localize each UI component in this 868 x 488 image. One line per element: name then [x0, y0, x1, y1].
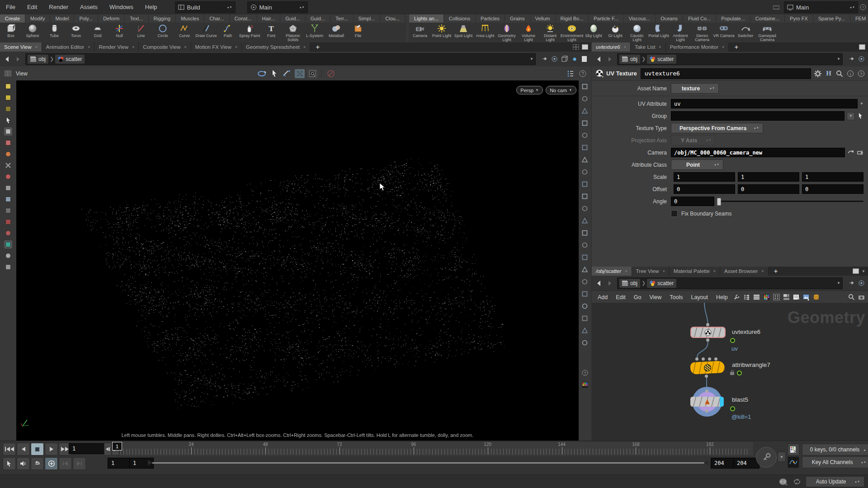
node-input-dot[interactable] [714, 357, 717, 361]
shelf-tool-ambient-light[interactable]: Ambient Light [670, 23, 691, 42]
viewport[interactable]: Persp▼ No cam▼ Left mouse tumbles. Middl… [16, 80, 579, 441]
pose-tool-icon[interactable] [4, 161, 12, 169]
close-icon[interactable]: × [235, 45, 237, 49]
range-slider[interactable] [152, 462, 704, 464]
play-forward-button[interactable] [45, 443, 58, 455]
node-output-dot[interactable] [705, 409, 708, 413]
shelf-tool-gi-light[interactable]: GI Light [604, 23, 626, 38]
close-icon[interactable]: × [624, 45, 626, 49]
shelf-tab-oceans[interactable]: Oceans [656, 14, 683, 23]
help-icon[interactable]: ? [860, 4, 866, 10]
shelf-tool-line[interactable]: Line [130, 23, 152, 38]
shelf-tool-vr-camera[interactable]: VR Camera [713, 23, 735, 38]
network-menu-add[interactable]: Add [594, 294, 612, 300]
dark-tool-icon[interactable] [4, 206, 12, 215]
tab-render-view[interactable]: Render View× [94, 42, 139, 52]
node-input-dot[interactable] [695, 357, 698, 361]
pane-menu-icon[interactable]: ▼ [862, 269, 865, 273]
play-backward-button[interactable] [17, 443, 30, 455]
lighting-icon[interactable] [581, 131, 589, 139]
shelf-tab-containe[interactable]: Containe... [750, 14, 785, 23]
shelf-tab-particles[interactable]: Particles [476, 14, 505, 23]
material-icon[interactable] [581, 229, 589, 237]
shelf-tool-area-light[interactable]: Area Light [474, 23, 496, 38]
dot-icon[interactable] [571, 55, 578, 63]
forward-arrow-icon[interactable] [605, 55, 613, 63]
shelf-tool-grid[interactable]: Grid [87, 23, 108, 38]
snapshot-icon[interactable] [857, 293, 865, 301]
close-icon[interactable]: × [713, 269, 716, 273]
layout-icon[interactable] [783, 293, 791, 301]
shelf-tab-sparse-py[interactable]: Sparse Py... [813, 14, 850, 23]
color-palette-icon[interactable] [763, 293, 771, 301]
shade-mode-icon[interactable] [581, 82, 589, 90]
tab-performance-monitor[interactable]: Performance Monitor× [666, 42, 729, 52]
shelf-tool-metaball[interactable]: Metaball [326, 23, 347, 38]
uv-box-icon[interactable] [4, 105, 12, 113]
right-desktop-selector[interactable]: Main ▲▼ [784, 1, 858, 13]
display-flag-icon[interactable] [730, 406, 735, 411]
network-canvas[interactable]: Geometry uvtexture6 uv [592, 303, 868, 441]
shelf-tab-const[interactable]: Const... [230, 14, 257, 23]
network-menu-tools[interactable]: Tools [665, 294, 687, 300]
shelf-tab-char[interactable]: Char... [204, 14, 229, 23]
transform-tool-icon[interactable] [282, 69, 292, 78]
forward-arrow-icon[interactable] [605, 279, 613, 287]
fog-icon[interactable] [581, 155, 589, 164]
shelf-tab-muscles[interactable]: Muscles [176, 14, 204, 23]
mirror-tool-icon[interactable] [4, 218, 12, 226]
node-output-dot[interactable] [705, 375, 708, 378]
pin-icon[interactable] [848, 55, 855, 63]
tab-geometry-spreadsheet[interactable]: Geometry Spreadsheet× [242, 42, 310, 52]
layout-grid-icon[interactable] [573, 44, 579, 50]
character-icon[interactable] [4, 173, 12, 181]
offset-x-input[interactable]: 0 [674, 184, 735, 194]
close-icon[interactable]: × [303, 45, 306, 49]
reset-arrow-icon[interactable] [848, 150, 854, 155]
pin-icon[interactable] [541, 55, 548, 63]
shelf-tab-model[interactable]: Model [50, 14, 74, 23]
shelf-tool-camera[interactable]: Camera [409, 23, 431, 38]
tab-take-list[interactable]: Take List× [631, 42, 666, 52]
shelf-tool-font[interactable]: TFont [260, 23, 282, 38]
maximize-pane-icon[interactable] [582, 44, 588, 50]
shelf-tool-distant-light[interactable]: Distant Light [539, 23, 561, 42]
shelf-tab-lights-an[interactable]: Lights an... [409, 14, 444, 23]
shelf-tab-create[interactable]: Create [0, 14, 25, 23]
group-menu-button[interactable]: ▼ [847, 112, 855, 120]
back-arrow-icon[interactable] [595, 55, 604, 63]
scoped-channels-icon[interactable] [788, 444, 799, 455]
chevron-down-icon[interactable]: ▼ [860, 102, 863, 106]
frame-step-back-button[interactable] [104, 443, 112, 455]
sticky-note-icon[interactable] [4, 82, 12, 90]
path-node-chip[interactable]: scatter [647, 55, 676, 64]
network-menu-layout[interactable]: Layout [687, 294, 712, 300]
recook-icon[interactable] [793, 478, 801, 485]
shelf-tab-simpl[interactable]: Simpl... [354, 14, 381, 23]
uv-attribute-input[interactable]: uv [671, 99, 858, 108]
update-mode-menu[interactable]: Auto Update▲▼ [806, 476, 864, 487]
terrain-tool-icon[interactable] [4, 240, 12, 249]
rotate-tool-icon[interactable] [4, 139, 12, 147]
normals-icon[interactable] [581, 107, 589, 115]
slider-handle[interactable] [717, 198, 721, 206]
path-root-chip[interactable]: obj [619, 55, 640, 64]
playhead-flag[interactable]: 1 [112, 442, 122, 450]
dots-grid-icon[interactable] [773, 293, 781, 301]
asset-name-menu[interactable]: texture▲▼ [671, 83, 719, 94]
select-arrow-icon[interactable] [4, 116, 12, 124]
pane-icon[interactable] [3, 69, 13, 78]
current-frame-field[interactable]: 1 [69, 443, 108, 454]
close-icon[interactable]: × [659, 45, 661, 49]
shelf-tab-modify[interactable]: Modify [25, 14, 50, 23]
audio-button[interactable] [17, 457, 30, 470]
shelf-tab-volu[interactable]: Volu... [405, 14, 406, 23]
node-blast5[interactable] [690, 397, 724, 407]
select-geometry-icon[interactable] [858, 113, 863, 119]
shelf-tool-l-system[interactable]: L-System [304, 23, 326, 38]
chevron-down-icon[interactable]: ▼ [837, 281, 840, 285]
close-icon[interactable]: × [722, 45, 724, 49]
close-icon[interactable]: × [663, 269, 665, 273]
shelf-tool-null[interactable]: Null [108, 23, 130, 38]
node-output-dot[interactable] [706, 338, 709, 342]
